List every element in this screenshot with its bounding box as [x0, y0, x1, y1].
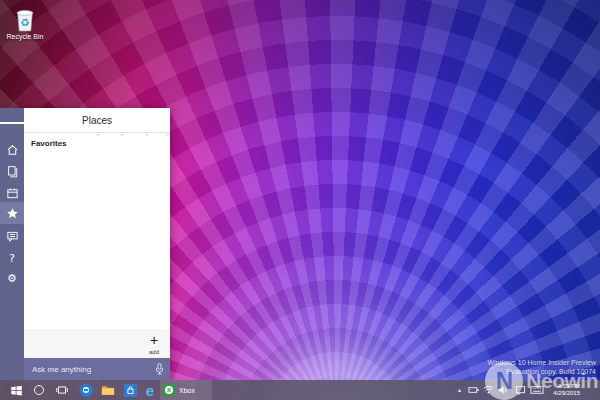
recycle-symbol: ♻ [20, 16, 29, 28]
cortana-circle-button[interactable] [30, 380, 48, 400]
panel-title: Places [82, 115, 112, 126]
feedback-icon[interactable] [0, 226, 24, 246]
watermark-line1: Windows 10 Home Insider Preview [487, 358, 596, 367]
task-view-button[interactable] [52, 380, 72, 400]
xbox-taskbar-button[interactable]: x Xbox [160, 380, 212, 400]
store-button[interactable] [120, 380, 140, 400]
hamburger-menu-icon[interactable] [0, 113, 24, 133]
favorites-section-header: Favorites [31, 139, 170, 148]
tray-clock[interactable]: 4:35 PM 4/29/2015 [553, 380, 580, 400]
taskbar: e x Xbox ▲ 4:35 PM 4/29/2015 [0, 380, 600, 400]
touch-keyboard-icon[interactable] [530, 380, 544, 400]
plus-icon: + [142, 331, 166, 349]
chevron-up-icon: ▲ [457, 387, 462, 393]
network-icon[interactable] [483, 380, 494, 400]
panel-header: Places [24, 108, 170, 133]
desktop: ♻ Recycle Bin Windows 10 Home Insider Pr… [0, 0, 600, 400]
help-glyph: ? [9, 253, 15, 264]
start-button[interactable] [5, 380, 27, 400]
recycle-bin-icon: ♻ [13, 5, 37, 32]
recycle-bin-shortcut[interactable]: ♻ Recycle Bin [2, 5, 48, 40]
settings-gear-icon[interactable]: ⚙ [0, 268, 24, 288]
internet-explorer-button[interactable]: e [140, 380, 160, 400]
cortana-search-box[interactable]: Ask me anything [24, 358, 170, 380]
plus-mark-icon: + [120, 131, 124, 137]
home-icon[interactable] [0, 139, 24, 159]
help-icon[interactable]: ? [0, 248, 24, 268]
tray-overflow-button[interactable]: ▲ [457, 380, 462, 400]
os-build-watermark: Windows 10 Home Insider Preview Evaluati… [487, 358, 596, 376]
places-star-icon[interactable] [0, 202, 24, 224]
cortana-places-panel: ? ⚙ Places + + + + Favorites + add Ask [0, 108, 170, 380]
ie-icon: e [146, 383, 154, 398]
plus-mark-icon: + [145, 131, 149, 137]
cortana-ring-icon [34, 385, 44, 395]
clock-time: 4:35 PM [553, 383, 580, 390]
clock-date: 4/29/2015 [553, 390, 580, 397]
microphone-icon[interactable] [154, 362, 165, 376]
cortana-sidebar: ? ⚙ [0, 108, 24, 380]
file-explorer-button[interactable] [98, 380, 118, 400]
volume-icon[interactable] [498, 380, 508, 400]
task-view-icon [55, 384, 69, 396]
folder-icon [101, 384, 115, 396]
panel-footer: + add [24, 330, 170, 358]
plus-mark-icon: + [166, 131, 170, 137]
calendar-icon[interactable] [0, 183, 24, 203]
search-placeholder: Ask me anything [32, 365, 154, 374]
windows-logo-icon [10, 384, 23, 397]
xbox-button-label: Xbox [179, 387, 195, 394]
store-bag-icon [124, 384, 137, 397]
blue-circle-app-icon [80, 384, 93, 397]
cortana-panel-main: Places + + + + Favorites + add [24, 108, 170, 380]
plus-mark-icon: + [96, 131, 100, 137]
gear-glyph: ⚙ [7, 273, 17, 284]
watermark-line2: Evaluation copy. Build 10074 [487, 367, 596, 376]
add-button-label: add [142, 349, 166, 355]
add-place-button[interactable]: + add [142, 331, 166, 359]
action-center-icon[interactable] [515, 380, 526, 400]
battery-icon[interactable] [468, 380, 480, 400]
notebook-icon[interactable] [0, 161, 24, 181]
recycle-bin-label: Recycle Bin [2, 33, 48, 40]
xbox-icon: x [163, 384, 175, 396]
pinned-app-blue-circle[interactable] [76, 380, 96, 400]
